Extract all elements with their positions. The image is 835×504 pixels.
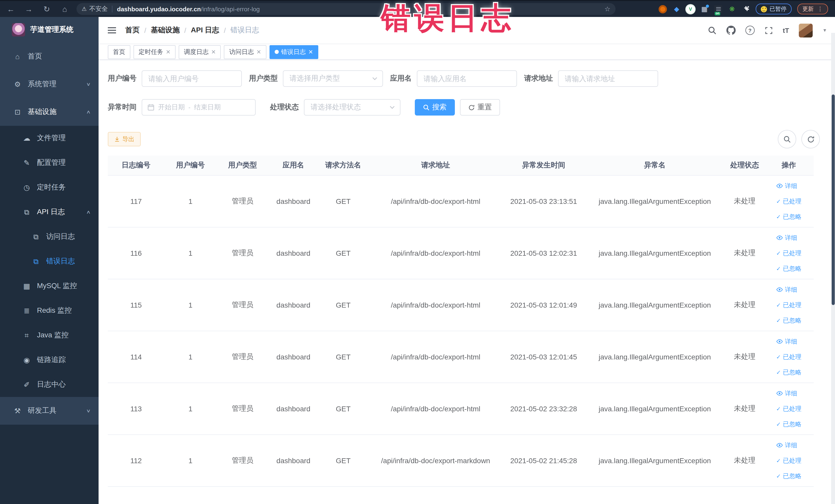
- mark-processed-link[interactable]: ✓ 已处理: [776, 456, 801, 465]
- breadcrumb-item[interactable]: 首页: [125, 26, 140, 35]
- breadcrumb-item[interactable]: 基础设施: [151, 26, 180, 35]
- detail-link[interactable]: 详细: [776, 285, 797, 294]
- sidebar-item-home[interactable]: ⌂ 首页: [0, 43, 99, 70]
- select-placeholder: 请选择用户类型: [289, 74, 340, 83]
- tab-label: 调度日志: [184, 47, 208, 56]
- sidebar-item-access-log[interactable]: ⧉ 访问日志: [0, 224, 99, 249]
- detail-link[interactable]: 详细: [776, 441, 797, 449]
- mark-ignored-link[interactable]: ✓ 已忽略: [776, 316, 801, 325]
- close-icon[interactable]: ✕: [211, 48, 216, 55]
- sidebar-item-redis-monitor[interactable]: ≣ Redis 监控: [0, 298, 99, 323]
- tab-home[interactable]: 首页: [108, 45, 130, 59]
- cell-log-id: 114: [108, 331, 164, 383]
- extension-icon-grid[interactable]: ▦: [700, 5, 709, 13]
- url-text[interactable]: dashboard.yudao.iocoder.cn/infra/log/api…: [117, 5, 260, 13]
- select-placeholder: 请选择处理状态: [311, 103, 361, 112]
- sidebar-item-error-log[interactable]: ⧉ 错误日志: [0, 249, 99, 274]
- tab-access-log[interactable]: 访问日志✕: [224, 45, 266, 59]
- extension-icon-leaf[interactable]: ❋: [728, 5, 736, 13]
- sidebar-item-dev-tools[interactable]: ⚒ 研发工具 ∨: [0, 397, 99, 425]
- breadcrumb-item[interactable]: API 日志: [191, 26, 219, 35]
- extension-icon-shield[interactable]: ◆: [673, 5, 681, 13]
- mark-ignored-link[interactable]: ✓ 已忽略: [776, 368, 801, 377]
- user-type-select[interactable]: 请选择用户类型: [283, 70, 383, 87]
- tab-scheduled-jobs[interactable]: 定时任务✕: [134, 45, 176, 59]
- detail-link[interactable]: 详细: [776, 234, 797, 242]
- cell-status: 未处理: [726, 175, 764, 227]
- help-icon[interactable]: ?: [746, 26, 755, 35]
- mark-processed-link[interactable]: ✓ 已处理: [776, 301, 801, 309]
- search-button[interactable]: 搜索: [415, 99, 455, 116]
- reload-icon[interactable]: ↻: [42, 4, 51, 14]
- user-menu-caret-icon[interactable]: ▼: [822, 28, 827, 33]
- extension-icon-switch[interactable]: on: [714, 5, 722, 13]
- sidebar-item-mysql-monitor[interactable]: ▦ MySQL 监控: [0, 274, 99, 298]
- sidebar-item-java-monitor[interactable]: ⌗ Java 监控: [0, 323, 99, 348]
- detail-link[interactable]: 详细: [776, 337, 797, 346]
- sidebar-item-config-mgmt[interactable]: ✎ 配置管理: [0, 150, 99, 175]
- sidebar-item-infra[interactable]: ⊡ 基础设施 ∧: [0, 98, 99, 126]
- sidebar-item-scheduled-jobs[interactable]: ◷ 定时任务: [0, 175, 99, 200]
- address-bar[interactable]: ⚠ 不安全 dashboard.yudao.iocoder.cn/infra/l…: [77, 3, 615, 15]
- extension-icon-orange[interactable]: [659, 5, 667, 13]
- tab-error-log[interactable]: 错误日志✕: [269, 45, 318, 59]
- mark-processed-link[interactable]: ✓ 已处理: [776, 249, 801, 258]
- security-label[interactable]: 不安全: [89, 5, 108, 13]
- toggle-search-button[interactable]: [778, 130, 796, 148]
- user-avatar[interactable]: [799, 23, 813, 37]
- scrollbar-thumb[interactable]: [832, 95, 835, 305]
- fullscreen-icon[interactable]: [765, 26, 773, 35]
- cell-exception: java.lang.IllegalArgumentException: [584, 175, 726, 227]
- cell-method: GET: [318, 383, 368, 435]
- extension-icon-green-v[interactable]: V: [686, 5, 695, 13]
- sidebar-item-log-center[interactable]: ✐ 日志中心: [0, 372, 99, 397]
- check-icon: ✓: [776, 198, 781, 205]
- tab-schedule-log[interactable]: 调度日志✕: [179, 45, 221, 59]
- cell-user-type: 管理员: [217, 383, 268, 435]
- sidebar-item-file-mgmt[interactable]: ☁ 文件管理: [0, 126, 99, 150]
- mark-processed-link[interactable]: ✓ 已处理: [776, 352, 801, 361]
- forward-icon[interactable]: →: [24, 5, 33, 13]
- app-name-input[interactable]: [418, 71, 516, 86]
- github-icon[interactable]: [727, 26, 736, 35]
- mark-processed-link[interactable]: ✓ 已处理: [776, 197, 801, 206]
- processed-label: 已处理: [783, 249, 801, 258]
- browser-menu-icon[interactable]: ⋮: [817, 6, 823, 12]
- mark-ignored-link[interactable]: ✓ 已忽略: [776, 420, 801, 428]
- page-scrollbar[interactable]: [831, 33, 835, 504]
- reset-button[interactable]: 重置: [460, 99, 500, 116]
- check-icon: ✓: [776, 213, 781, 220]
- request-url-input[interactable]: [558, 71, 658, 86]
- refresh-button[interactable]: [801, 130, 820, 148]
- mark-ignored-link[interactable]: ✓ 已忽略: [776, 472, 801, 480]
- export-button[interactable]: 导出: [108, 132, 141, 146]
- browser-update-button[interactable]: 更新 ⋮: [797, 4, 828, 14]
- date-range-picker[interactable]: 开始日期 - 结束日期: [142, 99, 256, 116]
- main-area: 首页 / 基础设施 / API 日志 / 错误日志 ?: [99, 17, 835, 504]
- extensions-puzzle-icon[interactable]: [742, 5, 750, 13]
- mark-ignored-link[interactable]: ✓ 已忽略: [776, 264, 801, 273]
- search-icon[interactable]: [708, 26, 717, 35]
- app-logo-row[interactable]: 芋道管理系统: [0, 17, 99, 43]
- detail-link[interactable]: 详细: [776, 389, 797, 398]
- user-id-input[interactable]: [142, 71, 241, 86]
- browser-nav: ← → ↻ ⌂: [0, 4, 77, 14]
- close-icon[interactable]: ✕: [166, 48, 170, 55]
- bookmark-star-icon[interactable]: ☆: [605, 5, 610, 13]
- sidebar-item-label: MySQL 监控: [37, 281, 77, 291]
- home-icon[interactable]: ⌂: [60, 5, 69, 13]
- sidebar-collapse-icon[interactable]: [108, 27, 116, 33]
- close-icon[interactable]: ✕: [257, 48, 261, 55]
- filter-process-status: 处理状态 请选择处理状态: [270, 99, 401, 116]
- sidebar-item-trace[interactable]: ◉ 链路追踪: [0, 348, 99, 372]
- detail-link[interactable]: 详细: [776, 182, 797, 190]
- sidebar-item-system[interactable]: ⚙ 系统管理 ∨: [0, 70, 99, 98]
- back-icon[interactable]: ←: [6, 5, 15, 13]
- close-icon[interactable]: ✕: [308, 48, 313, 55]
- sidebar-item-api-log[interactable]: ⧉ API 日志 ∧: [0, 200, 99, 224]
- mark-ignored-link[interactable]: ✓ 已忽略: [776, 212, 801, 221]
- mark-processed-link[interactable]: ✓ 已处理: [776, 404, 801, 413]
- recorder-paused-pill[interactable]: 已暂停: [756, 4, 792, 14]
- process-status-select[interactable]: 请选择处理状态: [304, 99, 401, 116]
- font-size-icon[interactable]: tT: [783, 26, 789, 34]
